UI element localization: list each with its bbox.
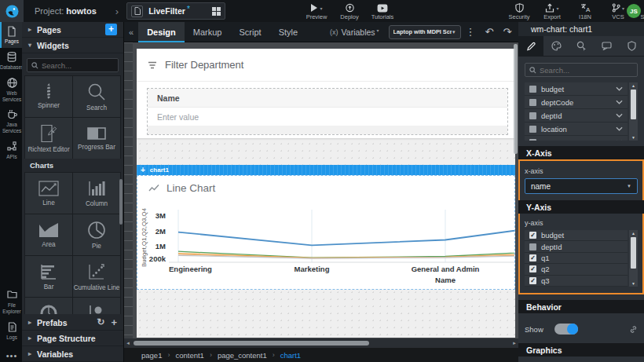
tab-design[interactable]: Design [138, 22, 185, 42]
properties-tab-message[interactable] [594, 36, 619, 56]
scroll-right-icon[interactable]: ▸ [510, 340, 518, 346]
checkbox-unchecked[interactable] [529, 126, 536, 133]
dataset-field-deptid[interactable]: deptId [525, 109, 628, 122]
breadcrumb-page-content1[interactable]: page_content1 [218, 351, 267, 360]
properties-search-box[interactable] [525, 63, 638, 77]
scrollbar-thumb[interactable] [631, 90, 636, 119]
grid-icon[interactable] [212, 7, 221, 16]
checkbox-checked[interactable]: ✓ [529, 265, 536, 272]
chevron-down-icon[interactable] [616, 126, 623, 131]
rail-more-button[interactable]: ••• [0, 344, 22, 362]
plus-icon[interactable]: + [111, 316, 117, 328]
widget-tile-cumulative-line[interactable]: Cumulative Line [73, 256, 120, 297]
line-chart-widget[interactable]: Line Chart 3M2M1M200kBudget,Q1,Q2,Q3,Q4E… [137, 175, 515, 290]
scrollbar-thumb[interactable] [134, 341, 369, 346]
user-avatar[interactable]: JS [627, 4, 641, 18]
section-header-variables[interactable]: ▸Variables [22, 346, 123, 362]
move-icon[interactable]: + [141, 166, 145, 174]
panel-scrollbar-thumb[interactable] [119, 179, 123, 225]
properties-search-input[interactable] [540, 66, 633, 75]
tab-style[interactable]: Style [270, 22, 306, 42]
chevron-down-icon[interactable] [616, 100, 623, 104]
y-axis-option-q2[interactable]: ✓q2 [525, 264, 628, 275]
x-axis-select[interactable]: name ▼ [525, 178, 638, 194]
checkbox-unchecked[interactable] [529, 112, 536, 119]
page-surface[interactable]: Filter Department Name + chart1 Line Cha… [137, 49, 515, 338]
widget-search-box[interactable] [27, 58, 119, 72]
section-header-prefabs[interactable]: ▸Prefabs↻+ [22, 315, 123, 331]
canvas-horizontal-scrollbar[interactable]: ◂ ▸ [124, 338, 518, 348]
scroll-down-icon[interactable]: ▼ [631, 280, 635, 287]
rail-item-java-services[interactable]: Java Services [0, 105, 22, 137]
rail-item-logs[interactable]: Logs [0, 318, 22, 344]
rail-item-file-explorer[interactable]: File Explorer [0, 286, 22, 318]
tab-markup[interactable]: Markup [185, 22, 231, 42]
section-header-page-structure[interactable]: ▸Page Structure [22, 331, 123, 346]
y-axis-option-deptid[interactable]: deptId [525, 241, 628, 252]
widget-tile-pie[interactable]: Pie [73, 214, 120, 255]
more-options-kebab-icon[interactable]: ⋮ [461, 26, 481, 38]
widget-search-input[interactable] [42, 61, 114, 70]
show-toggle[interactable] [554, 324, 578, 335]
widgets-section-header[interactable]: ▾ Widgets [22, 38, 123, 53]
collapse-left-panel-icon[interactable]: « [124, 27, 138, 37]
widget-tile-bubble-chart-icon[interactable] [73, 298, 120, 314]
breadcrumb-content1[interactable]: content1 [175, 351, 203, 360]
dataset-field-location[interactable]: location [525, 122, 628, 136]
properties-tab-palette[interactable] [543, 36, 569, 56]
checkbox-checked[interactable]: ✓ [529, 254, 536, 261]
widget-tile-progress-bar[interactable]: Progress Bar [73, 118, 120, 159]
scrollbar-thumb[interactable] [631, 237, 636, 269]
rail-item-apis[interactable]: APIs [0, 137, 22, 163]
add-page-button[interactable]: + [105, 24, 117, 35]
chevron-down-icon[interactable] [616, 113, 623, 118]
y-axis-scrollbar[interactable]: ▲ ▼ [629, 230, 638, 287]
canvas-vertical-scrollbar-thumb[interactable] [514, 44, 518, 154]
properties-tab-inspect[interactable] [569, 36, 594, 56]
topbar-i18n-button[interactable]: AI18N [569, 2, 602, 20]
widget-tile-area[interactable]: Area [25, 214, 72, 255]
y-axis-option-q1[interactable]: ✓q1 [525, 253, 628, 264]
bind-link-icon[interactable] [629, 325, 638, 334]
rail-item-pages[interactable]: Pages [0, 22, 22, 48]
y-axis-option-budget[interactable]: ✓budget [525, 230, 628, 241]
topbar-security-button[interactable]: Security [503, 2, 536, 20]
redo-icon[interactable]: ↷ [499, 26, 517, 38]
undo-icon[interactable]: ↶ [481, 26, 499, 38]
scroll-up-icon[interactable]: ▲ [631, 230, 635, 236]
widget-tile-line[interactable]: Line [25, 173, 72, 214]
checkbox-unchecked[interactable] [529, 99, 536, 106]
topbar-tutorials-button[interactable]: Tutorials [366, 2, 399, 20]
scrollbar-track[interactable] [132, 338, 510, 348]
y-axis-option-q3[interactable]: ✓q3 [525, 276, 628, 287]
widget-tile-column[interactable]: Column [73, 173, 120, 214]
device-selector[interactable]: Laptop with MDPI Screen ▼ [389, 25, 461, 39]
wavemaker-logo-icon[interactable] [0, 0, 24, 22]
filter-department-panel[interactable]: Filter Department Name [137, 49, 515, 138]
livefilter-form[interactable]: Name [147, 88, 508, 135]
dataset-field-name[interactable]: name [525, 136, 628, 141]
widget-tile-spinner[interactable]: Spinner [25, 76, 72, 117]
checkbox-unchecked[interactable] [529, 243, 536, 250]
topbar-preview-button[interactable]: ▾Preview [300, 2, 333, 20]
widget-tile-bar[interactable]: Bar [25, 256, 72, 297]
chevron-down-icon[interactable] [616, 86, 623, 91]
checkbox-unchecked[interactable] [529, 139, 536, 141]
breadcrumb-page1[interactable]: page1 [141, 351, 162, 360]
dataset-field-deptcode[interactable]: deptCode [525, 96, 628, 109]
checkbox-checked[interactable]: ✓ [529, 277, 536, 284]
widget-tile-donut-chart-icon[interactable] [25, 298, 72, 314]
refresh-icon[interactable]: ↻ [97, 316, 104, 328]
file-tab-livefilter[interactable]: LiveFilter * [126, 2, 225, 20]
scroll-up-icon[interactable]: ▲ [631, 82, 635, 89]
widget-tile-search[interactable]: Search [73, 76, 120, 117]
rail-item-web-services[interactable]: Web Services [0, 74, 22, 106]
name-filter-input[interactable] [157, 112, 498, 122]
rail-item-databases[interactable]: Databases [0, 48, 22, 74]
variables-menu[interactable]: (x) Variables ▾ [330, 27, 379, 37]
checkbox-unchecked[interactable] [529, 86, 536, 93]
scroll-down-icon[interactable]: ▼ [631, 134, 635, 141]
properties-tab-pencil[interactable] [518, 36, 543, 56]
scroll-left-icon[interactable]: ◂ [124, 340, 132, 346]
dataset-field-budget[interactable]: budget [525, 82, 628, 96]
